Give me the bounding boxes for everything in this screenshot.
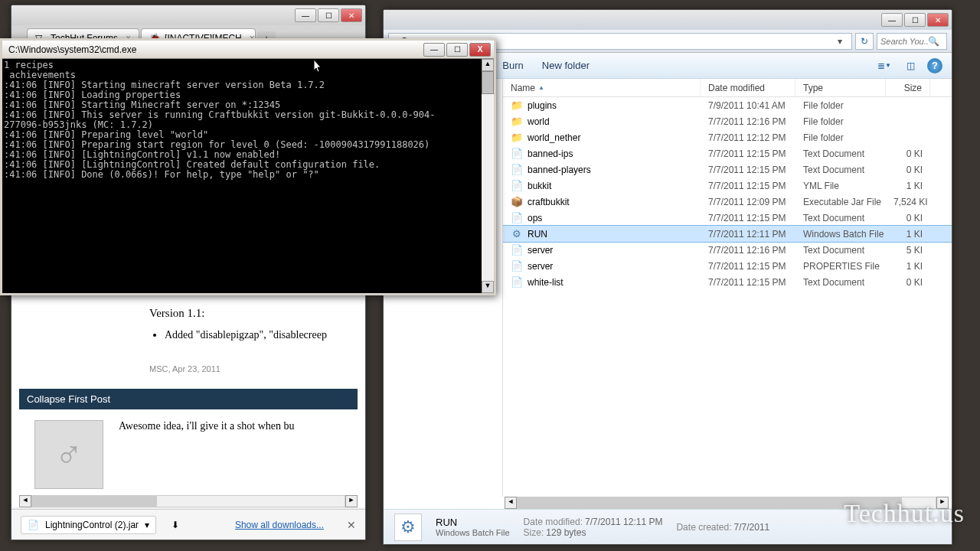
show-all-downloads-link[interactable]: Show all downloads... bbox=[235, 520, 324, 530]
file-row[interactable]: 📄ops7/7/2011 12:15 PMText Document0 KI bbox=[503, 210, 952, 226]
file-row[interactable]: 📦craftbukkit7/7/2011 12:09 PMExecutable … bbox=[503, 194, 952, 210]
scroll-thumb[interactable] bbox=[518, 497, 902, 508]
scroll-thumb[interactable] bbox=[482, 71, 494, 94]
search-box[interactable]: 🔍 bbox=[877, 33, 947, 50]
avatar: ♂ bbox=[34, 420, 103, 489]
download-filename: LightningControl (2).jar bbox=[45, 520, 139, 530]
browser-titlebar: — ☐ ✕ bbox=[11, 5, 365, 25]
scroll-thumb[interactable] bbox=[32, 496, 157, 507]
label: Date modified: bbox=[524, 517, 583, 527]
file-row[interactable]: 📄server7/7/2011 12:15 PMPROPERTIES File1… bbox=[503, 258, 952, 274]
file-row[interactable]: 📁plugins7/9/2011 10:41 AMFile folder bbox=[503, 97, 952, 113]
scroll-down-icon[interactable]: ▼ bbox=[482, 281, 494, 293]
file-row[interactable]: 📁world_nether7/7/2011 12:12 PMFile folde… bbox=[503, 129, 952, 145]
col-type[interactable]: Type bbox=[795, 79, 886, 96]
file-name: ops bbox=[528, 213, 542, 223]
details-size: 129 bytes bbox=[546, 527, 586, 538]
preview-pane-button[interactable]: ◫ bbox=[901, 57, 920, 74]
maximize-button[interactable]: ☐ bbox=[904, 13, 926, 27]
file-date: 7/7/2011 12:15 PM bbox=[701, 165, 795, 175]
cmd-titlebar[interactable]: C:\Windows\system32\cmd.exe — ☐ X bbox=[2, 41, 494, 59]
bat-icon: ⚙ bbox=[511, 228, 523, 240]
help-button[interactable]: ? bbox=[927, 58, 942, 73]
close-bar-icon[interactable]: ✕ bbox=[347, 519, 356, 531]
sort-asc-icon: ▲ bbox=[538, 84, 544, 91]
file-row[interactable]: 📄bukkit7/7/2011 12:15 PMYML File1 KI bbox=[503, 178, 952, 194]
file-row[interactable]: 📄server7/7/2011 12:16 PMText Document5 K… bbox=[503, 242, 952, 258]
file-list: Name▲ Date modified Type Size 📁plugins7/… bbox=[503, 79, 952, 497]
file-type: Executable Jar File bbox=[795, 197, 886, 207]
file-size: 1 KI bbox=[886, 229, 930, 240]
label: Size: bbox=[524, 527, 544, 538]
close-button[interactable]: ✕ bbox=[927, 13, 949, 27]
maximize-button[interactable]: ☐ bbox=[446, 43, 468, 57]
file-name: world_nether bbox=[528, 132, 580, 143]
file-type: Windows Batch File bbox=[795, 229, 886, 240]
file-name: world bbox=[528, 116, 550, 127]
search-icon[interactable]: 🔍 bbox=[928, 36, 939, 47]
maximize-button[interactable]: ☐ bbox=[318, 8, 339, 22]
breadcrumb-dropdown-icon[interactable]: ▾ bbox=[833, 36, 847, 47]
txt-icon: 📄 bbox=[511, 260, 523, 272]
refresh-button[interactable]: ↻ bbox=[855, 33, 874, 50]
scroll-up-icon[interactable]: ▲ bbox=[482, 59, 494, 71]
burn-button[interactable]: Burn bbox=[502, 60, 523, 71]
label: Date created: bbox=[676, 522, 731, 533]
file-date: 7/7/2011 12:15 PM bbox=[701, 181, 795, 191]
view-options-button[interactable]: ≣ ▼ bbox=[875, 57, 893, 74]
file-name: server bbox=[528, 261, 553, 272]
close-button[interactable]: ✕ bbox=[341, 8, 362, 22]
minimize-button[interactable]: — bbox=[423, 43, 445, 57]
file-type: Text Document bbox=[795, 245, 886, 256]
scroll-right-icon[interactable]: ► bbox=[936, 497, 949, 509]
file-size: 0 KI bbox=[886, 148, 930, 159]
browser-hscrollbar[interactable]: ◄ ► bbox=[19, 495, 358, 507]
cmd-vscrollbar[interactable]: ▲ ▼ bbox=[482, 59, 494, 293]
search-input[interactable] bbox=[880, 37, 928, 46]
file-date: 7/7/2011 12:16 PM bbox=[701, 116, 795, 127]
file-type: File folder bbox=[795, 100, 886, 111]
file-date: 7/7/2011 12:15 PM bbox=[701, 277, 795, 288]
col-name[interactable]: Name▲ bbox=[503, 79, 701, 96]
explorer-hscrollbar[interactable]: ◄ ► bbox=[505, 497, 949, 509]
txt-icon: 📄 bbox=[511, 244, 523, 256]
details-datemod: 7/7/2011 12:11 PM bbox=[585, 517, 662, 527]
cmd-title: C:\Windows\system32\cmd.exe bbox=[5, 44, 423, 55]
download-item[interactable]: 📄 LightningControl (2).jar ▾ bbox=[21, 516, 156, 534]
txt-icon: 📄 bbox=[511, 212, 523, 224]
file-row[interactable]: 📁world7/7/2011 12:16 PMFile folder bbox=[503, 113, 952, 129]
file-date: 7/7/2011 12:12 PM bbox=[701, 132, 795, 143]
details-filetype: Windows Batch File bbox=[436, 528, 510, 537]
file-date: 7/9/2011 10:41 AM bbox=[701, 100, 795, 111]
txt-icon: 📄 bbox=[511, 164, 523, 176]
scroll-left-icon[interactable]: ◄ bbox=[505, 497, 517, 509]
scroll-right-icon[interactable]: ► bbox=[345, 495, 358, 507]
folder-icon: 📁 bbox=[511, 116, 523, 128]
scroll-left-icon[interactable]: ◄ bbox=[19, 495, 31, 507]
file-row[interactable]: ⚙RUN7/7/2011 12:11 PMWindows Batch File1… bbox=[503, 226, 952, 242]
txt-icon: 📄 bbox=[511, 148, 523, 160]
file-type: Text Document bbox=[795, 277, 886, 288]
col-date[interactable]: Date modified bbox=[701, 79, 795, 96]
file-name: RUN bbox=[528, 229, 547, 240]
collapse-first-post[interactable]: Collapse First Post bbox=[19, 389, 358, 409]
file-type: PROPERTIES File bbox=[795, 261, 886, 272]
file-row[interactable]: 📄banned-players7/7/2011 12:15 PMText Doc… bbox=[503, 161, 952, 178]
minimize-button[interactable]: — bbox=[881, 13, 903, 27]
cmd-window: C:\Windows\system32\cmd.exe — ☐ X 1 reci… bbox=[0, 38, 496, 295]
file-date: 7/7/2011 12:16 PM bbox=[701, 245, 795, 256]
column-headers: Name▲ Date modified Type Size bbox=[503, 79, 952, 97]
details-pane: ⚙ RUN Windows Batch File Date modified: … bbox=[384, 509, 952, 544]
file-row[interactable]: 📄banned-ips7/7/2011 12:15 PMText Documen… bbox=[503, 145, 952, 161]
close-button[interactable]: X bbox=[469, 43, 491, 57]
file-size: 1 KI bbox=[886, 261, 930, 272]
file-size: 0 KI bbox=[886, 213, 930, 223]
minimize-button[interactable]: — bbox=[295, 8, 316, 22]
file-date: 7/7/2011 12:15 PM bbox=[701, 213, 795, 223]
folder-icon: 📁 bbox=[511, 132, 523, 144]
file-name: server bbox=[528, 245, 553, 256]
new-folder-button[interactable]: New folder bbox=[542, 60, 590, 71]
file-row[interactable]: 📄white-list7/7/2011 12:15 PMText Documen… bbox=[503, 274, 952, 290]
chevron-down-icon[interactable]: ▾ bbox=[145, 520, 149, 530]
col-size[interactable]: Size bbox=[886, 79, 930, 96]
